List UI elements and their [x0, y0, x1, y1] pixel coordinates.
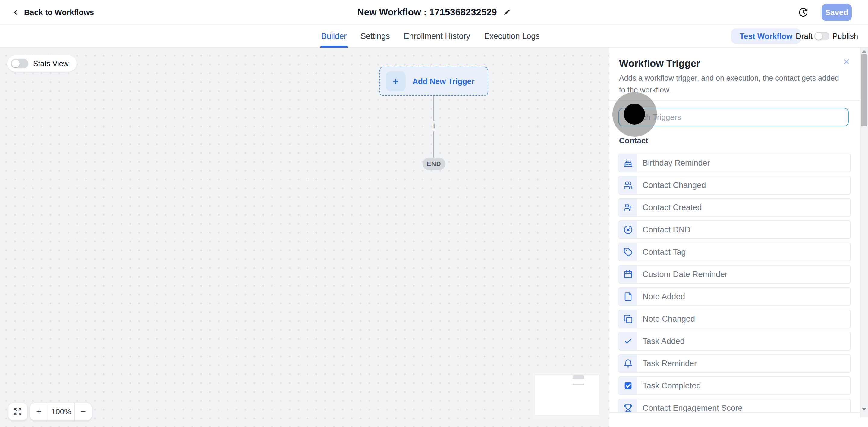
- top-bar: Back to Workflows New Workflow : 1715368…: [0, 0, 868, 25]
- back-to-workflows-button[interactable]: Back to Workflows: [12, 0, 94, 25]
- minimap-end-node: [572, 384, 584, 386]
- minimap[interactable]: [533, 373, 601, 420]
- tab-settings[interactable]: Settings: [361, 25, 390, 47]
- contact-section-header: Contact: [619, 136, 648, 145]
- notes-copy-icon: [619, 310, 637, 328]
- add-step-plus-button[interactable]: +: [429, 121, 439, 132]
- trigger-item-label: Contact Changed: [637, 176, 706, 194]
- scrollbar-up-arrow-icon[interactable]: [862, 50, 867, 53]
- test-workflow-button[interactable]: Test Workflow: [731, 28, 801, 44]
- tab-bar: Builder Settings Enrollment History Exec…: [0, 25, 868, 47]
- trigger-item-label: Task Reminder: [637, 355, 697, 372]
- trigger-item-custom-date-reminder[interactable]: Custom Date Reminder: [618, 265, 850, 284]
- bell-icon: [619, 355, 637, 372]
- workflow-canvas[interactable]: [0, 47, 609, 427]
- calendar-icon: [619, 266, 637, 283]
- publish-toggle[interactable]: [814, 32, 830, 40]
- fit-view-button[interactable]: [8, 403, 27, 420]
- trigger-item-label: Task Added: [637, 332, 685, 350]
- scrollbar-thumb[interactable]: [861, 54, 867, 127]
- workflow-builder-app: Back to Workflows New Workflow : 1715368…: [0, 0, 868, 427]
- tabs: Builder Settings Enrollment History Exec…: [321, 25, 540, 47]
- end-node: END: [423, 158, 445, 170]
- minimap-viewport: [535, 374, 599, 415]
- tab-execution-logs[interactable]: Execution Logs: [484, 25, 540, 47]
- trigger-item-contact-dnd[interactable]: Contact DND: [618, 221, 850, 239]
- workflow-title: New Workflow : 1715368232529: [358, 7, 497, 18]
- stats-view-toggle-knob: [12, 60, 20, 67]
- stats-view-pill: Stats View: [7, 56, 76, 72]
- trigger-item-contact-changed[interactable]: Contact Changed: [618, 176, 850, 195]
- scrollbar-down-arrow-icon[interactable]: [862, 408, 867, 411]
- draft-label: Draft: [796, 25, 812, 47]
- zoom-in-button[interactable]: +: [30, 403, 48, 420]
- trigger-item-label: Task Completed: [637, 377, 701, 394]
- tab-builder[interactable]: Builder: [321, 25, 347, 47]
- panel-description: Adds a workflow trigger, and on executio…: [619, 72, 846, 96]
- panel-divider: [610, 100, 860, 101]
- tag-icon: [619, 243, 637, 261]
- trigger-item-contact-engagement-score[interactable]: Contact Engagement Score: [618, 399, 850, 413]
- workflow-trigger-panel-body: Workflow Trigger ✕ Adds a workflow trigg…: [610, 47, 860, 413]
- history-icon[interactable]: [798, 7, 808, 18]
- zoom-level: 100%: [48, 403, 74, 420]
- expand-arrows-icon: [13, 407, 22, 416]
- users-icon: [619, 176, 637, 194]
- search-triggers-input[interactable]: [618, 108, 849, 127]
- panel-scrollbar: [860, 47, 868, 427]
- trigger-item-label: Birthday Reminder: [637, 154, 710, 172]
- circle-x-icon: [619, 221, 637, 238]
- note-icon: [619, 288, 637, 305]
- trigger-item-task-reminder[interactable]: Task Reminder: [618, 354, 850, 373]
- trigger-item-label: Contact Created: [637, 199, 702, 216]
- connector-line-top: [433, 96, 434, 121]
- workflow-trigger-panel: Workflow Trigger ✕ Adds a workflow trigg…: [609, 47, 860, 427]
- title-area: New Workflow : 1715368232529: [0, 0, 868, 25]
- trigger-item-label: Contact DND: [637, 221, 690, 238]
- trigger-item-label: Custom Date Reminder: [637, 266, 727, 283]
- panel-title: Workflow Trigger: [619, 58, 700, 69]
- minimap-trigger-node: [572, 375, 584, 379]
- trigger-item-task-added[interactable]: Task Added: [618, 332, 850, 351]
- plus-icon: +: [393, 75, 399, 87]
- stats-view-label: Stats View: [33, 59, 69, 68]
- publish-toggle-knob: [815, 33, 822, 40]
- trigger-item-label: Contact Engagement Score: [637, 399, 743, 413]
- trigger-item-note-changed[interactable]: Note Changed: [618, 309, 850, 328]
- tab-enrollment-history[interactable]: Enrollment History: [404, 25, 470, 47]
- edit-title-pencil-icon[interactable]: [503, 9, 510, 16]
- back-chevron-icon: [12, 8, 20, 16]
- zoom-controls: + 100% −: [30, 403, 92, 420]
- trigger-item-contact-tag[interactable]: Contact Tag: [618, 243, 850, 261]
- user-plus-icon: [619, 199, 637, 216]
- trigger-item-label: Note Changed: [637, 310, 695, 328]
- publish-label: Publish: [832, 25, 858, 47]
- zoom-out-button[interactable]: −: [74, 403, 92, 420]
- trigger-item-task-completed[interactable]: Task Completed: [618, 376, 850, 395]
- add-new-trigger-node[interactable]: + Add New Trigger: [379, 67, 488, 96]
- close-icon[interactable]: ✕: [843, 58, 850, 66]
- check-square-icon: [619, 377, 637, 394]
- add-new-trigger-label: Add New Trigger: [412, 77, 475, 86]
- trophy-icon: [619, 399, 637, 413]
- stats-view-toggle[interactable]: [11, 59, 28, 68]
- top-bar-right: Saved: [798, 0, 852, 25]
- saved-button[interactable]: Saved: [822, 4, 852, 21]
- trigger-list: Birthday Reminder Contact Changed Contac…: [618, 154, 850, 413]
- trigger-item-note-added[interactable]: Note Added: [618, 287, 850, 306]
- connector-line-bottom: [433, 131, 434, 158]
- trigger-item-label: Contact Tag: [637, 243, 686, 261]
- trigger-item-label: Note Added: [637, 288, 685, 305]
- trigger-item-contact-created[interactable]: Contact Created: [618, 198, 850, 217]
- birthday-cake-icon: [619, 154, 637, 172]
- trigger-item-birthday-reminder[interactable]: Birthday Reminder: [618, 154, 850, 172]
- back-to-workflows-label: Back to Workflows: [24, 8, 94, 17]
- add-trigger-plus-chip: +: [386, 71, 406, 91]
- check-icon: [619, 332, 637, 350]
